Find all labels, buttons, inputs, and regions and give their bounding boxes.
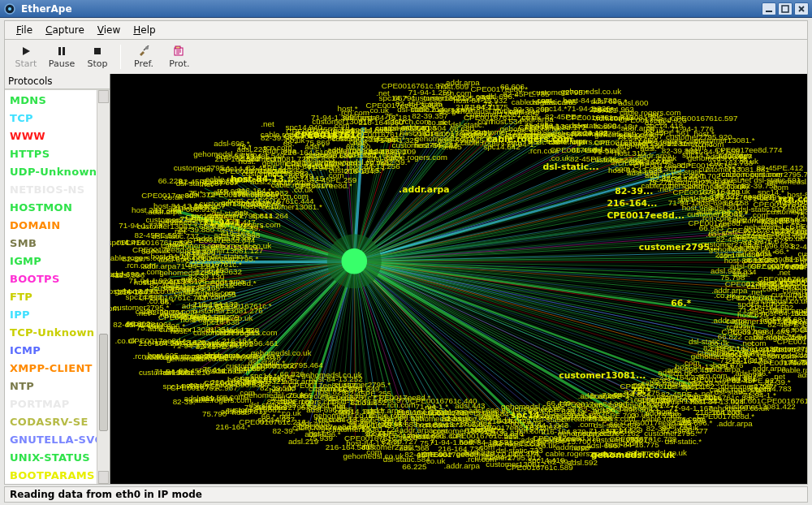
svg-point-7 — [145, 46, 149, 50]
protocol-tcp[interactable]: TCP — [10, 110, 110, 127]
protocol-domain[interactable]: DOMAIN — [10, 217, 110, 235]
svg-text:.co.uk: .co.uk — [115, 336, 136, 345]
svg-text:71-94-1...: 71-94-1... — [202, 218, 250, 228]
svg-text:.co.uk: .co.uk — [741, 256, 762, 265]
svg-text:cable.rogers.com: cable.rogers.com — [806, 304, 807, 313]
protocol-hostmon[interactable]: HOSTMON — [10, 199, 110, 217]
svg-text:.co.uk: .co.uk — [162, 192, 183, 201]
menubar: FileCaptureViewHelp — [4, 20, 808, 40]
svg-rect-9 — [175, 46, 180, 49]
pause-icon — [54, 45, 69, 57]
protocol-ntp[interactable]: NTP — [10, 378, 110, 395]
protocols-panel: Protocols MDNSTCPWWWHTTPSUDP-UnknownNETB… — [5, 74, 110, 484]
protocol-ipp[interactable]: IPP — [10, 306, 110, 324]
svg-text:gehomedsl.co.uk: gehomedsl.co.uk — [767, 177, 807, 186]
svg-text:.addr.arpa: .addr.arpa — [578, 391, 615, 400]
toolbar-label: Start — [15, 58, 37, 69]
svg-text:.co.uk: .co.uk — [292, 185, 313, 194]
svg-text:gehomedsl.co.uk: gehomedsl.co.uk — [561, 87, 622, 96]
protocols-panel-title: Protocols — [5, 74, 110, 89]
svg-text:CPE0016761c...: CPE0016761c... — [295, 130, 372, 140]
minimize-button[interactable] — [762, 2, 776, 15]
svg-text:75.872: 75.872 — [763, 236, 788, 245]
menu-help[interactable]: Help — [127, 23, 162, 37]
svg-text:cable.rogers.com: cable.rogers.com — [190, 395, 252, 404]
svg-text:.net: .net — [794, 227, 807, 235]
protocol-tcp-unknown[interactable]: TCP-Unknown — [10, 324, 110, 342]
protocol-gnutella-svc[interactable]: GNUTELLA-SVC — [10, 431, 110, 449]
svg-text:.net: .net — [658, 184, 672, 193]
protocol-ftp[interactable]: FTP — [10, 288, 110, 306]
stop-button[interactable]: Stop — [80, 41, 115, 73]
network-graph-canvas[interactable]: adsl.*82-45PE.326CPE0016761c.361host-84-… — [110, 74, 807, 484]
svg-text:.net: .net — [136, 309, 150, 317]
svg-text:216-164.*: 216-164.* — [216, 422, 251, 431]
svg-text:CPE0017ee8d.*: CPE0017ee8d.* — [758, 358, 806, 367]
toolbar: StartPauseStopPref.Prot. — [4, 40, 808, 74]
protocol-portmap[interactable]: PORTMAP — [10, 395, 110, 413]
svg-rect-5 — [63, 47, 65, 55]
svg-text:CPE0017ee8d.*: CPE0017ee8d.* — [128, 336, 186, 345]
network-visualization[interactable]: adsl.*82-45PE.326CPE0016761c.361host-84-… — [110, 74, 807, 484]
svg-text:dsl-static...: dsl-static... — [543, 162, 599, 172]
svg-text:adsl-696.312: adsl-696.312 — [182, 301, 228, 310]
app-icon — [3, 2, 16, 15]
start-button: Start — [8, 41, 44, 73]
svg-text:216-164.581: 216-164.581 — [326, 442, 370, 451]
pause-button[interactable]: Pause — [44, 41, 80, 73]
close-button[interactable] — [794, 2, 809, 15]
protocol-bootparams[interactable]: BOOTPARAMS — [10, 467, 110, 484]
protocols-list[interactable]: MDNSTCPWWWHTTPSUDP-UnknownNETBIOS-NSHOST… — [5, 89, 110, 484]
scroll-down-button[interactable] — [98, 471, 109, 484]
svg-text:66.*: 66.* — [671, 298, 691, 309]
window-titlebar: EtherApe — [0, 0, 812, 18]
menu-capture[interactable]: Capture — [39, 23, 91, 37]
protocol-https[interactable]: HTTPS — [10, 145, 110, 163]
svg-text:.net: .net — [200, 179, 214, 188]
svg-text:.net: .net — [738, 175, 752, 184]
svg-text:75.267: 75.267 — [231, 233, 256, 242]
protocol-udp-unknown[interactable]: UDP-Unknown — [10, 163, 110, 181]
protocol-netbios-ns[interactable]: NETBIOS-NS — [10, 181, 110, 199]
svg-text:host.*: host.* — [232, 408, 253, 417]
prot-button[interactable]: Prot. — [162, 41, 197, 73]
protocol-mdns[interactable]: MDNS — [10, 92, 110, 110]
protocol-smb[interactable]: SMB — [10, 235, 110, 252]
svg-text:dsl-static.*: dsl-static.* — [689, 337, 726, 346]
svg-text:75.346: 75.346 — [617, 133, 642, 142]
svg-text:82-39.*: 82-39.* — [173, 397, 199, 406]
svg-text:customer13081...: customer13081... — [559, 370, 646, 381]
statusbar: Reading data from eth0 in IP mode — [4, 486, 808, 503]
svg-rect-6 — [94, 48, 101, 54]
scroll-thumb[interactable] — [99, 334, 108, 431]
svg-text:gehomedsl.co.uk: gehomedsl.co.uk — [244, 391, 305, 399]
svg-text:.net: .net — [172, 227, 186, 235]
protocol-xmpp-client[interactable]: XMPP-CLIENT — [10, 360, 110, 378]
protocol-unix-status[interactable]: UNIX-STATUS — [10, 449, 110, 467]
svg-text:71-94-1.392: 71-94-1.392 — [787, 332, 807, 341]
protocol-codasrv-se[interactable]: CODASRV-SE — [10, 413, 110, 431]
scroll-up-button[interactable] — [98, 90, 109, 103]
svg-text:CPE0017ee8d.467: CPE0017ee8d.467 — [288, 381, 356, 390]
svg-rect-4 — [58, 47, 61, 55]
protocol-icmp[interactable]: ICMP — [10, 342, 110, 360]
svg-text:customer2795...: customer2795... — [639, 242, 720, 252]
svg-text:CPE0017ee8d...: CPE0017ee8d... — [607, 210, 685, 221]
svg-text:gehomedsl.co.uk: gehomedsl.co.uk — [591, 450, 676, 460]
svg-text:adsl.227: adsl.227 — [790, 205, 807, 214]
protocols-scrollbar[interactable] — [97, 90, 110, 484]
svg-point-1 — [8, 7, 11, 11]
svg-text:gehomedsl.co.uk: gehomedsl.co.uk — [691, 352, 752, 360]
svg-text:adsl.977: adsl.977 — [710, 266, 741, 275]
menu-file[interactable]: File — [10, 23, 39, 37]
pref-button[interactable]: Pref. — [126, 41, 162, 73]
menu-view[interactable]: View — [91, 23, 127, 37]
maximize-button[interactable] — [778, 2, 793, 15]
toolbar-label: Pause — [49, 58, 75, 69]
toolbar-separator — [120, 45, 121, 69]
protocol-igmp[interactable]: IGMP — [10, 252, 110, 270]
protocol-www[interactable]: WWW — [10, 127, 110, 145]
protocol-bootps[interactable]: BOOTPS — [10, 270, 110, 288]
pref-icon — [136, 45, 151, 57]
svg-text:.net: .net — [646, 110, 659, 119]
